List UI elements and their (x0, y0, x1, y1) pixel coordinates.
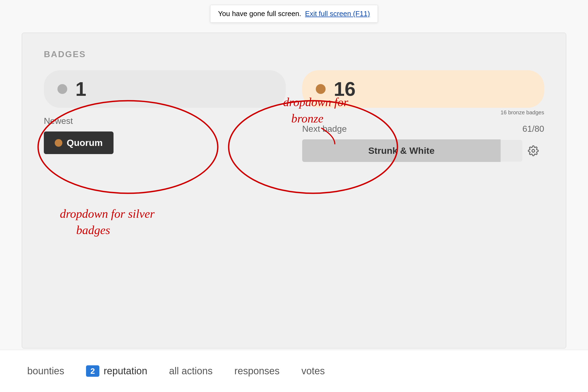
bronze-badge-tooltip: 16 bronze badges (501, 109, 544, 115)
next-badge-button[interactable]: Strunk & White (302, 139, 501, 162)
exit-fullscreen-link[interactable]: Exit full screen (F11) (305, 10, 370, 18)
quorum-badge-dot (55, 139, 62, 147)
nav-badge-reputation: 2 (86, 365, 99, 377)
silver-newest-label: Newest (44, 116, 73, 126)
silver-badge-count: 1 (75, 78, 86, 100)
bottom-nav: bounties2reputationall actionsresponsesv… (0, 350, 588, 392)
fullscreen-message: You have gone full screen. (218, 10, 301, 18)
bronze-badge-count: 16 (334, 78, 356, 100)
nav-label-votes: votes (301, 365, 325, 377)
nav-label-all-actions: all actions (169, 365, 213, 377)
nav-label-responses: responses (234, 365, 280, 377)
newest-badge-button[interactable]: Quorum (44, 131, 114, 154)
silver-badge-count-box[interactable]: 1 (44, 70, 286, 108)
silver-badge-box: 1 Newest Quorum (44, 70, 286, 154)
silver-badge-info-row: Newest (44, 116, 286, 126)
nav-label-reputation: reputation (104, 365, 147, 377)
nav-label-bounties: bounties (27, 365, 64, 377)
badges-panel: BADGES 1 Newest Quorum 16 16 bronze bad (22, 33, 566, 348)
bronze-badge-box: 16 16 bronze badges Next badge 61/80 Str… (302, 70, 544, 162)
nav-item-reputation[interactable]: 2reputation (86, 365, 147, 377)
nav-item-all-actions[interactable]: all actions (169, 365, 213, 377)
silver-badge-dot (57, 84, 67, 94)
next-badge-area: Strunk & White (302, 139, 544, 162)
bronze-badge-info-row: Next badge 61/80 (302, 124, 544, 134)
next-badge-label: Next badge (302, 124, 347, 134)
nav-item-votes[interactable]: votes (301, 365, 325, 377)
badge-progress: 61/80 (522, 124, 544, 134)
nav-item-bounties[interactable]: bounties (27, 365, 64, 377)
bronze-badge-dot (316, 84, 326, 94)
next-badge-spacer (501, 140, 522, 162)
nav-item-responses[interactable]: responses (234, 365, 280, 377)
newest-badge-name: Quorum (67, 137, 103, 148)
gear-icon[interactable] (522, 140, 544, 162)
bronze-badge-count-box[interactable]: 16 (302, 70, 544, 108)
badges-section-label: BADGES (44, 49, 544, 59)
fullscreen-notification: You have gone full screen. Exit full scr… (210, 5, 378, 23)
svg-point-0 (532, 149, 535, 152)
badges-row: 1 Newest Quorum 16 16 bronze badges Next… (44, 70, 544, 162)
